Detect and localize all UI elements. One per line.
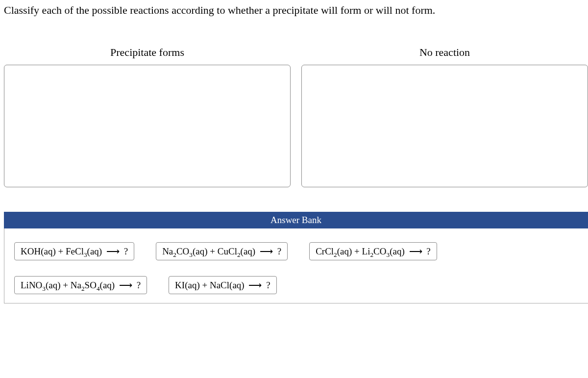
reagent: Na2CO3(aq)	[162, 246, 207, 256]
reagent: NaCl(aq)	[210, 280, 245, 290]
category-precipitate: Precipitate forms	[4, 46, 291, 187]
reaction-chip-4[interactable]: LiNO3(aq) + Na2SO4(aq) ⟶ ?	[14, 276, 147, 294]
category-title-right: No reaction	[419, 46, 470, 59]
arrow-icon: ⟶	[246, 279, 264, 291]
plus: +	[63, 280, 70, 290]
reaction-chip-2[interactable]: Na2CO3(aq) + CuCl2(aq) ⟶ ?	[156, 242, 288, 260]
reagent: Li2CO3(aq)	[362, 246, 405, 256]
answer-bank-header: Answer Bank	[4, 212, 588, 228]
plus: +	[202, 280, 209, 290]
question-text: Classify each of the possible reactions …	[4, 4, 588, 17]
reagent: KI(aq)	[175, 280, 200, 290]
reaction-chip-3[interactable]: CrCl2(aq) + Li2CO3(aq) ⟶ ?	[309, 242, 437, 260]
reagent: CuCl2(aq)	[218, 246, 255, 256]
reagent: FeCl3(aq)	[66, 246, 102, 256]
product-unknown: ?	[266, 280, 270, 290]
product-unknown: ?	[124, 246, 128, 256]
reaction-chip-5[interactable]: KI(aq) + NaCl(aq) ⟶ ?	[169, 276, 277, 294]
arrow-icon: ⟶	[104, 246, 122, 257]
categories-row: Precipitate forms No reaction	[4, 46, 588, 187]
plus: +	[210, 246, 217, 256]
plus: +	[58, 246, 66, 256]
dropzone-no-reaction[interactable]	[301, 65, 588, 187]
product-unknown: ?	[277, 246, 281, 256]
category-title-left: Precipitate forms	[110, 46, 184, 59]
arrow-icon: ⟶	[407, 246, 424, 257]
reagent: Na2SO4(aq)	[71, 280, 115, 290]
product-unknown: ?	[137, 280, 141, 290]
arrow-icon: ⟶	[117, 279, 134, 291]
reagent: CrCl2(aq)	[316, 246, 352, 256]
arrow-icon: ⟶	[258, 246, 275, 257]
category-no-reaction: No reaction	[301, 46, 588, 187]
dropzone-precipitate[interactable]	[4, 65, 291, 187]
reagent: LiNO3(aq)	[21, 280, 61, 290]
plus: +	[354, 246, 362, 256]
reagent: KOH(aq)	[21, 246, 56, 256]
reaction-chip-1[interactable]: KOH(aq) + FeCl3(aq) ⟶ ?	[14, 242, 134, 260]
product-unknown: ?	[426, 246, 430, 256]
answer-bank: KOH(aq) + FeCl3(aq) ⟶ ? Na2CO3(aq) + CuC…	[4, 228, 588, 303]
